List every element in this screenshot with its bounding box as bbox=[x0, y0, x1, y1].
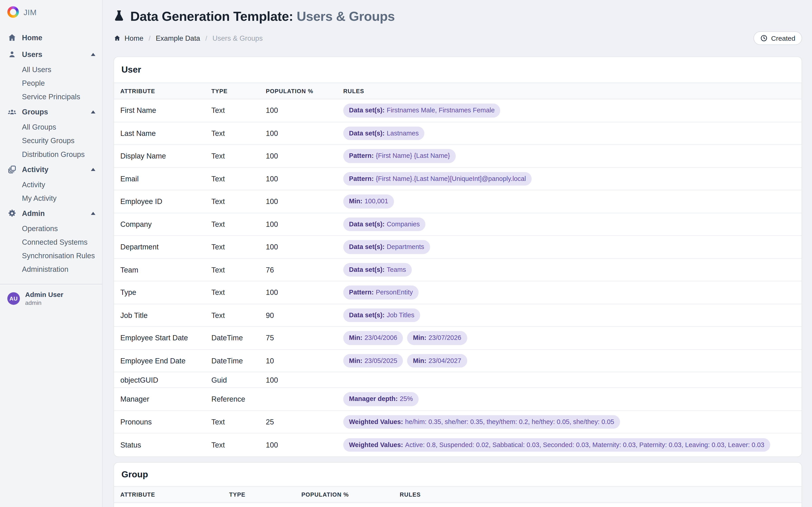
population-cell: 100 bbox=[266, 441, 343, 449]
breadcrumb-item-example-data[interactable]: Example Data bbox=[156, 34, 200, 42]
attribute-cell: Last Name bbox=[120, 129, 211, 137]
rule-badge-label: Weighted Values: bbox=[349, 441, 403, 448]
population-cell: 100 bbox=[266, 376, 343, 384]
sidebar-item-administration[interactable]: Administration bbox=[0, 263, 102, 276]
sidebar-item-label: Administration bbox=[22, 265, 96, 273]
attribute-cell: Job Title bbox=[120, 311, 211, 319]
sidebar: JIM HomeUsersAll UsersPeopleService Prin… bbox=[0, 0, 103, 507]
attribute-cell: Employee Start Date bbox=[120, 334, 211, 342]
population-cell: 100 bbox=[266, 106, 343, 115]
attribute-cell: First Name bbox=[120, 106, 211, 115]
rule-badge-label: Data set(s): bbox=[349, 221, 385, 227]
rule-badge-label: Data set(s): bbox=[349, 130, 385, 136]
sidebar-item-label: Security Groups bbox=[22, 136, 96, 145]
sidebar-item-operations[interactable]: Operations bbox=[0, 222, 102, 235]
sidebar-item-admin[interactable]: Admin bbox=[0, 205, 102, 222]
sidebar-item-label: Connected Systems bbox=[22, 238, 96, 246]
population-cell: 90 bbox=[266, 311, 343, 319]
attribute-cell: Status bbox=[120, 441, 211, 449]
rules-cell: Min:23/05/2025Min:23/04/2027 bbox=[343, 354, 796, 368]
column-header: RULES bbox=[400, 491, 795, 498]
sidebar-item-users[interactable]: Users bbox=[0, 46, 102, 63]
column-header: TYPE bbox=[229, 491, 301, 498]
rule-badge-value: Active: 0.8, Suspended: 0.02, Sabbatical… bbox=[405, 441, 764, 448]
rule-badge-value: 23/07/2026 bbox=[428, 335, 461, 341]
sidebar-item-connected-systems[interactable]: Connected Systems bbox=[0, 235, 102, 249]
sidebar-item-label: Groups bbox=[22, 108, 91, 116]
breadcrumb-item-home[interactable]: Home bbox=[114, 34, 144, 42]
rules-cell: Weighted Values:he/him: 0.35, she/her: 0… bbox=[343, 415, 796, 429]
population-cell: 100 bbox=[266, 288, 343, 296]
table-row: EmailText100Pattern:{First Name}.{Last N… bbox=[114, 168, 802, 190]
table-row: objectGUIDGuid100 bbox=[114, 372, 802, 388]
jim-ring-logo-icon bbox=[7, 6, 19, 18]
sidebar-item-security-groups[interactable]: Security Groups bbox=[0, 134, 102, 148]
column-header: POPULATION % bbox=[266, 88, 343, 94]
type-cell: Text bbox=[211, 129, 266, 137]
rules-cell: Data set(s):Job Titles bbox=[343, 308, 796, 322]
rule-badge: Min:100,001 bbox=[343, 194, 394, 208]
sidebar-item-label: Home bbox=[22, 34, 96, 42]
rule-badge: Data set(s):Companies bbox=[343, 217, 426, 231]
group-card: Group ATTRIBUTETYPEPOPULATION %RULES bbox=[114, 462, 802, 507]
sidebar-item-label: Service Principals bbox=[22, 93, 96, 101]
sidebar-item-home[interactable]: Home bbox=[0, 29, 102, 46]
avatar: AU bbox=[7, 292, 20, 305]
column-header: POPULATION % bbox=[301, 491, 400, 498]
sidebar-item-all-users[interactable]: All Users bbox=[0, 63, 102, 76]
page-title: Data Generation Template: Users & Groups bbox=[130, 9, 395, 24]
sidebar-item-label: Admin bbox=[22, 209, 91, 218]
user-card: User ATTRIBUTETYPEPOPULATION %RULES Firs… bbox=[114, 57, 802, 457]
rule-badge-value: Job Titles bbox=[387, 312, 414, 319]
group-table-body bbox=[114, 503, 802, 507]
type-cell: Text bbox=[211, 197, 266, 206]
page-title-row: Data Generation Template: Users & Groups bbox=[114, 7, 802, 25]
type-cell: Text bbox=[211, 152, 266, 160]
rule-badge: Pattern:{First Name} {Last Name} bbox=[343, 149, 456, 163]
sidebar-item-distribution-groups[interactable]: Distribution Groups bbox=[0, 148, 102, 161]
rule-badge-value: 100,001 bbox=[365, 198, 388, 205]
page-title-highlight: Users & Groups bbox=[297, 9, 395, 23]
attribute-cell: Email bbox=[120, 175, 211, 183]
user-table-header: ATTRIBUTETYPEPOPULATION %RULES bbox=[114, 82, 802, 99]
sidebar-item-groups[interactable]: Groups bbox=[0, 104, 102, 120]
rule-badge-value: {First Name} {Last Name} bbox=[376, 153, 450, 159]
rule-badge-value: Teams bbox=[387, 266, 406, 273]
sidebar-item-my-activity[interactable]: My Activity bbox=[0, 191, 102, 205]
rules-cell: Data set(s):Lastnames bbox=[343, 126, 796, 140]
attribute-cell: Employee ID bbox=[120, 197, 211, 206]
sidebar-item-label: People bbox=[22, 79, 96, 87]
sidebar-item-people[interactable]: People bbox=[0, 76, 102, 90]
table-row: Last NameText100Data set(s):Lastnames bbox=[114, 122, 802, 145]
sidebar-item-label: Users bbox=[22, 50, 91, 59]
rules-cell: Pattern:PersonEntity bbox=[343, 285, 796, 299]
rule-badge: Min:23/05/2025 bbox=[343, 354, 403, 368]
population-cell: 100 bbox=[266, 152, 343, 160]
flask-icon bbox=[114, 10, 125, 23]
sidebar-item-label: Synchronisation Rules bbox=[22, 251, 96, 260]
attribute-cell: Manager bbox=[120, 395, 211, 403]
breadcrumb-label: Home bbox=[124, 34, 143, 42]
type-cell: Text bbox=[211, 311, 266, 319]
population-cell: 100 bbox=[266, 197, 343, 206]
rule-badge: Data set(s):Departments bbox=[343, 240, 430, 254]
rule-badge-value: 23/04/2006 bbox=[365, 335, 397, 341]
sidebar-item-synchronisation-rules[interactable]: Synchronisation Rules bbox=[0, 249, 102, 263]
population-cell: 10 bbox=[266, 356, 343, 365]
clock-icon bbox=[760, 35, 767, 42]
table-row: TypeText100Pattern:PersonEntity bbox=[114, 281, 802, 304]
sidebar-item-activity[interactable]: Activity bbox=[0, 178, 102, 191]
sidebar-nav: HomeUsersAll UsersPeopleService Principa… bbox=[0, 29, 102, 276]
sidebar-user[interactable]: AU Admin User admin bbox=[0, 284, 102, 313]
sidebar-item-all-groups[interactable]: All Groups bbox=[0, 120, 102, 134]
group-card-title: Group bbox=[114, 462, 802, 486]
table-row: DepartmentText100Data set(s):Departments bbox=[114, 236, 802, 259]
rule-badge: Weighted Values:Active: 0.8, Suspended: … bbox=[343, 438, 770, 452]
table-row: ManagerReferenceManager depth:25% bbox=[114, 388, 802, 411]
main-content: Data Generation Template: Users & Groups… bbox=[103, 0, 812, 507]
sidebar-item-label: All Groups bbox=[22, 123, 96, 131]
sidebar-item-service-principals[interactable]: Service Principals bbox=[0, 90, 102, 104]
brand[interactable]: JIM bbox=[0, 0, 102, 23]
sidebar-item-activity[interactable]: Activity bbox=[0, 161, 102, 178]
rules-cell: Min:100,001 bbox=[343, 194, 796, 208]
